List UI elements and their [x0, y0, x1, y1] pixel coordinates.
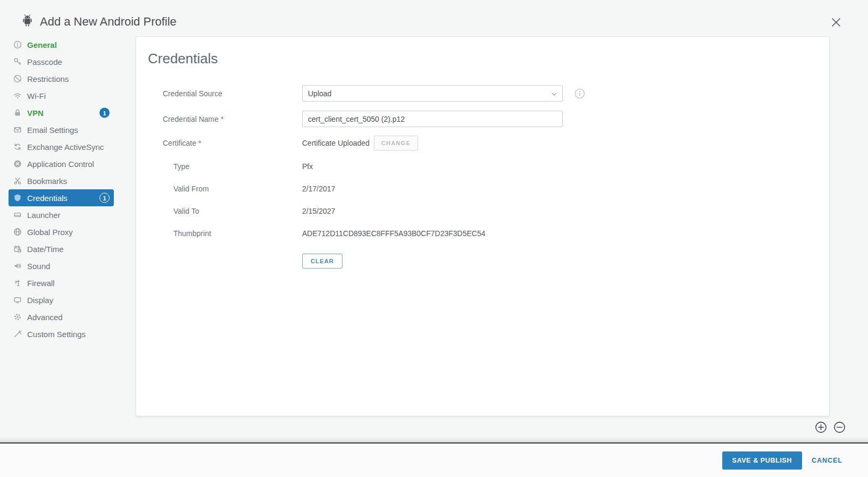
wand-icon [13, 330, 22, 339]
sidebar-item-label: Display [27, 296, 53, 305]
android-robot-icon [21, 14, 34, 30]
info-tooltip-icon[interactable] [574, 88, 585, 99]
chevron-down-icon [552, 89, 557, 98]
sidebar-item-label: Global Proxy [27, 228, 73, 237]
tray-icon [13, 211, 22, 220]
close-icon[interactable] [830, 16, 842, 29]
sidebar-item-label: Bookmarks [27, 177, 67, 186]
thumbprint-value: ADE712D11CD893EC8FFF5A93B0CF7D23F3D5EC54 [302, 229, 485, 238]
globe-icon [13, 228, 22, 237]
circle-x-icon [13, 160, 22, 169]
sidebar-item-exchange-activesync[interactable]: Exchange ActiveSync [9, 138, 114, 155]
sidebar-item-global-proxy[interactable]: Global Proxy [9, 223, 114, 240]
sidebar-item-advanced[interactable]: Advanced [9, 308, 114, 325]
dialog-header: Add a New Android Profile [21, 14, 177, 30]
sidebar-item-general[interactable]: General [9, 36, 114, 53]
sidebar-item-label: Custom Settings [27, 330, 86, 339]
dialog-title: Add a New Android Profile [40, 15, 177, 29]
panel-title: Credentials [148, 51, 817, 67]
sidebar-item-bookmarks[interactable]: Bookmarks [9, 172, 114, 189]
wifi-icon [13, 91, 22, 101]
sidebar-item-label: Passcode [27, 57, 62, 66]
valid-from-label: Valid From [163, 185, 302, 193]
sidebar-item-launcher[interactable]: Launcher [9, 206, 114, 223]
profile-zoom-controls [815, 421, 846, 433]
scissors-icon [13, 177, 22, 186]
valid-to-row: Valid To 2/15/2027 [163, 203, 817, 219]
type-label: Type [163, 162, 302, 171]
ban-icon [13, 74, 22, 83]
key-icon [13, 57, 22, 66]
type-value: Pfx [302, 162, 313, 171]
valid-from-row: Valid From 2/17/2017 [163, 180, 817, 197]
certificate-label: Certificate [163, 139, 196, 147]
gear-icon [13, 313, 22, 322]
sidebar-item-application-control[interactable]: Application Control [9, 155, 114, 172]
sidebar-item-label: VPN [27, 108, 44, 118]
sidebar-item-label: Restrictions [27, 74, 69, 83]
credential-name-row: Credential Name* [163, 111, 817, 127]
sidebar-item-label: Email Settings [27, 125, 78, 135]
dialog-footer: SAVE & PUBLISH CANCEL [0, 442, 868, 477]
change-certificate-button[interactable]: CHANGE [374, 136, 418, 150]
cancel-button[interactable]: CANCEL [812, 457, 842, 464]
credentials-panel: Credentials Credential Source Upload Cre… [136, 36, 830, 416]
credential-name-input[interactable] [302, 111, 563, 127]
credentials-count-badge: 1 [99, 193, 110, 203]
add-android-profile-dialog: Add a New Android Profile General Passco… [0, 0, 868, 477]
certificate-row: Certificate* Certificate Uploaded CHANGE [163, 136, 817, 150]
sidebar-item-firewall[interactable]: Firewall [9, 274, 114, 291]
minus-circle-icon[interactable] [833, 421, 846, 433]
sidebar-item-label: Advanced [27, 313, 63, 322]
thumbprint-label: Thumbprint [163, 229, 302, 238]
sidebar-item-label: Exchange ActiveSync [27, 143, 104, 152]
credential-name-label: Credential Name [163, 115, 219, 123]
sidebar-item-label: Sound [27, 262, 50, 271]
sidebar-item-passcode[interactable]: Passcode [9, 53, 114, 70]
credential-source-select[interactable]: Upload [302, 85, 563, 102]
sidebar-item-label: General [27, 40, 57, 49]
speaker-icon [13, 262, 22, 271]
shield-icon [13, 194, 22, 203]
sidebar-item-label: Date/Time [27, 245, 64, 254]
sidebar-item-date-time[interactable]: Date/Time [9, 240, 114, 257]
credential-source-label: Credential Source [163, 89, 302, 98]
credential-source-row: Credential Source Upload [163, 85, 817, 102]
sidebar-item-custom-settings[interactable]: Custom Settings [9, 325, 114, 342]
sidebar-item-wifi[interactable]: Wi-Fi [9, 87, 114, 104]
sync-icon [13, 143, 22, 152]
save-publish-button[interactable]: SAVE & PUBLISH [722, 451, 802, 470]
plus-circle-icon[interactable] [815, 421, 827, 433]
sidebar-item-label: Wi-Fi [27, 91, 46, 101]
sidebar-item-credentials[interactable]: Credentials 1 [9, 189, 114, 206]
envelope-icon [13, 125, 22, 135]
sidebar-item-restrictions[interactable]: Restrictions [9, 70, 114, 87]
sidebar-item-vpn[interactable]: VPN 1 [9, 104, 114, 121]
sidebar-item-display[interactable]: Display [9, 291, 114, 308]
sidebar-item-label: Launcher [27, 211, 61, 220]
clear-certificate-button[interactable]: CLEAR [302, 254, 343, 269]
valid-to-value: 2/15/2027 [302, 207, 335, 215]
certificate-type-row: Type Pfx [163, 158, 817, 174]
sidebar-item-email-settings[interactable]: Email Settings [9, 121, 114, 138]
valid-to-label: Valid To [163, 207, 302, 215]
required-asterisk: * [198, 139, 201, 147]
sidebar-item-label: Credentials [27, 194, 68, 203]
vpn-count-badge: 1 [99, 108, 110, 118]
certificate-status-text: Certificate Uploaded [302, 139, 370, 147]
sidebar-item-sound[interactable]: Sound [9, 257, 114, 274]
hydrant-icon [13, 279, 22, 288]
sidebar-item-label: Application Control [27, 160, 94, 169]
lock-icon [13, 108, 22, 118]
sidebar-item-label: Firewall [27, 279, 55, 288]
credentials-form: Credential Source Upload Credential Name… [148, 85, 817, 269]
required-asterisk: * [221, 115, 223, 123]
valid-from-value: 2/17/2017 [302, 185, 335, 193]
monitor-icon [13, 296, 22, 305]
profile-sections-nav: General Passcode Restrictions Wi-Fi VPN … [9, 36, 114, 342]
calendar-clock-icon [13, 245, 22, 254]
info-circle-icon [13, 40, 22, 49]
thumbprint-row: Thumbprint ADE712D11CD893EC8FFF5A93B0CF7… [163, 225, 817, 241]
credential-source-value: Upload [308, 89, 331, 98]
